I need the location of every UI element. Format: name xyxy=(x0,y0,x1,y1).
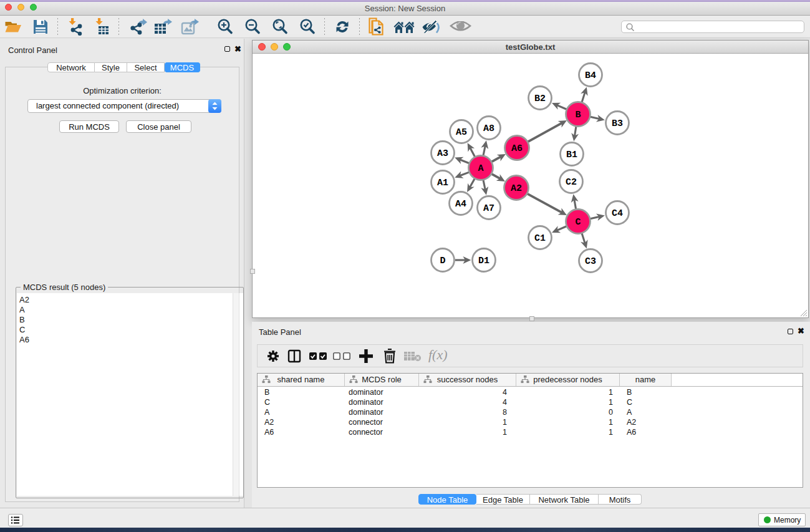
svg-text:A8: A8 xyxy=(483,123,494,134)
svg-text:B4: B4 xyxy=(585,70,596,81)
svg-text:A7: A7 xyxy=(483,203,494,214)
svg-text:D1: D1 xyxy=(478,256,489,266)
svg-text:A1: A1 xyxy=(437,178,448,188)
svg-text:C: C xyxy=(575,217,581,228)
svg-text:A2: A2 xyxy=(511,183,522,194)
svg-text:A6: A6 xyxy=(511,143,523,154)
svg-text:A: A xyxy=(478,163,483,174)
svg-text:B2: B2 xyxy=(534,94,546,104)
svg-text:B1: B1 xyxy=(566,150,577,160)
svg-text:B: B xyxy=(575,110,581,120)
svg-text:C1: C1 xyxy=(534,233,546,244)
svg-text:D: D xyxy=(440,256,445,266)
svg-text:C4: C4 xyxy=(612,208,623,219)
svg-text:A5: A5 xyxy=(456,127,467,138)
svg-text:C3: C3 xyxy=(585,256,596,267)
svg-text:C2: C2 xyxy=(566,177,577,188)
svg-text:A3: A3 xyxy=(437,148,448,159)
svg-text:B3: B3 xyxy=(612,118,623,129)
svg-text:A4: A4 xyxy=(455,199,466,210)
